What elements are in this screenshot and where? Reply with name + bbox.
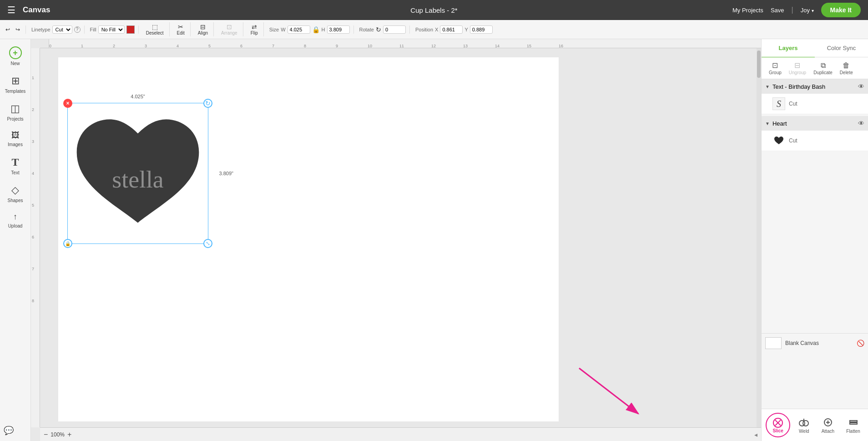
flatten-action[interactable]: Flatten xyxy=(843,415,864,436)
main-area: + New ⊞ Templates ◫ Projects 🖼 Images T … xyxy=(0,39,868,441)
blank-canvas-thumb xyxy=(765,337,782,349)
panel-toolbar: ⊡ Group ⊟ Ungroup ⧉ Duplicate 🗑 Delete xyxy=(762,57,868,79)
handle-bottom-right[interactable]: ⤡ xyxy=(203,239,212,248)
layer-thumb-s: S xyxy=(772,97,785,110)
fill-color-swatch[interactable] xyxy=(126,25,135,34)
sidebar-item-projects[interactable]: ◫ Projects xyxy=(2,99,29,125)
my-projects-link[interactable]: My Projects xyxy=(732,7,763,14)
group-button[interactable]: ⊡ Group xyxy=(765,59,785,77)
zoom-value: 100% xyxy=(50,431,65,438)
size-w-input[interactable] xyxy=(288,25,310,34)
eye-crossed-icon[interactable]: 🚫 xyxy=(857,340,864,347)
layer-item-heart[interactable]: Cut xyxy=(762,131,868,151)
arrow-annotation xyxy=(570,359,652,423)
scrollbar-thumb[interactable] xyxy=(757,51,761,78)
templates-icon: ⊞ xyxy=(11,75,20,87)
size-label: Size xyxy=(269,27,279,32)
rotate-input[interactable] xyxy=(383,25,406,34)
fill-select[interactable]: No Fill xyxy=(98,25,125,34)
svg-line-2 xyxy=(579,368,638,414)
size-w-label: W xyxy=(281,27,285,32)
fill-label: Fill xyxy=(90,27,96,32)
canvas-area[interactable]: // Ruler marks will be rendered inline 0… xyxy=(31,39,761,441)
layer-thumb-heart xyxy=(772,134,785,147)
sidebar-item-shapes[interactable]: ◇ Shapes xyxy=(2,181,29,207)
deselect-button[interactable]: ⬚ Deselect xyxy=(144,22,166,36)
linetype-q[interactable]: ? xyxy=(74,26,81,33)
sidebar-text-label: Text xyxy=(11,170,19,175)
layer-group-text-name: Text - Birthday Bash xyxy=(772,83,855,90)
eye-heart-icon[interactable]: 👁 xyxy=(858,120,864,127)
sidebar-item-templates[interactable]: ⊞ Templates xyxy=(2,71,29,97)
size-h-input[interactable] xyxy=(327,25,350,34)
make-it-button[interactable]: Make It xyxy=(821,3,861,17)
align-button[interactable]: ⊟ Align xyxy=(196,22,210,36)
tab-color-sync[interactable]: Color Sync xyxy=(815,39,868,58)
zoom-bar: − 100% + ◂ xyxy=(40,427,761,441)
zoom-in-button[interactable]: + xyxy=(67,431,71,439)
pos-y-label: Y xyxy=(464,27,468,32)
linetype-select[interactable]: Cut xyxy=(52,25,72,34)
ungroup-icon: ⊟ xyxy=(794,61,800,70)
slice-icon xyxy=(772,417,783,428)
menu-icon[interactable]: ☰ xyxy=(7,5,15,15)
scroll-left-icon[interactable]: ◂ xyxy=(754,431,757,438)
vertical-scrollbar[interactable] xyxy=(757,48,761,427)
pos-x-input[interactable] xyxy=(440,25,463,34)
duplicate-button[interactable]: ⧉ Duplicate xyxy=(810,60,836,77)
sidebar-item-upload[interactable]: ↑ Upload xyxy=(2,208,29,232)
layers-content: ▼ Text - Birthday Bash 👁 S Cut ▼ Heart 👁 xyxy=(762,79,868,409)
sidebar-item-text[interactable]: T Text xyxy=(2,152,29,179)
layer-group-text-header[interactable]: ▼ Text - Birthday Bash 👁 xyxy=(762,79,868,94)
blank-canvas-label: Blank Canvas xyxy=(785,340,853,346)
images-icon: 🖼 xyxy=(11,131,20,140)
redo-button[interactable]: ↪ xyxy=(14,25,22,34)
edit-button[interactable]: ✂ Edit xyxy=(175,22,187,36)
handle-top-left[interactable]: × xyxy=(63,99,72,108)
handle-top-right[interactable]: ↻ xyxy=(203,99,212,108)
user-dropdown[interactable]: Joy ▾ xyxy=(801,7,814,14)
attach-action[interactable]: Attach xyxy=(818,415,838,436)
bottom-action-bar: Slice Weld Attach xyxy=(762,409,868,441)
weld-action[interactable]: Weld xyxy=(795,415,813,436)
layer-cut-text: Cut xyxy=(789,101,797,107)
handle-bottom-left[interactable]: 🔒 xyxy=(63,239,72,248)
eye-text-icon[interactable]: 👁 xyxy=(858,83,864,90)
attach-icon xyxy=(823,417,833,428)
size-h-label: H xyxy=(322,27,325,32)
layer-group-heart-header[interactable]: ▼ Heart 👁 xyxy=(762,116,868,131)
undo-button[interactable]: ↩ xyxy=(4,25,12,34)
zoom-out-button[interactable]: − xyxy=(44,431,48,439)
sidebar-new-label: New xyxy=(10,61,20,66)
width-dimension: 4.025" xyxy=(131,94,145,99)
layer-item-s[interactable]: S Cut xyxy=(762,94,868,114)
delete-button[interactable]: 🗑 Delete xyxy=(836,60,857,77)
arrange-button[interactable]: ⊡ Arrange xyxy=(219,22,239,36)
sidebar-item-new[interactable]: + New xyxy=(2,43,29,70)
sidebar-shapes-label: Shapes xyxy=(8,198,23,203)
svg-rect-9 xyxy=(850,421,857,422)
slice-action[interactable]: Slice xyxy=(766,413,790,437)
tab-layers[interactable]: Layers xyxy=(762,39,815,58)
pos-y-input[interactable] xyxy=(470,25,493,34)
chat-icon[interactable]: 💬 xyxy=(4,426,14,436)
blank-canvas-row: Blank Canvas 🚫 xyxy=(762,333,868,353)
layer-group-heart-name: Heart xyxy=(772,120,855,127)
weld-icon xyxy=(798,417,809,428)
ungroup-button[interactable]: ⊟ Ungroup xyxy=(785,59,810,77)
flatten-icon xyxy=(848,417,859,428)
text-icon: T xyxy=(11,156,19,168)
save-button[interactable]: Save xyxy=(771,7,784,14)
heart-element[interactable]: 4.025" 3.809" × ↻ 🔒 ⤡ stella xyxy=(67,103,208,244)
sidebar-upload-label: Upload xyxy=(8,223,23,228)
lock-icon[interactable]: 🔒 xyxy=(312,26,320,33)
sidebar-item-images[interactable]: 🖼 Images xyxy=(2,127,29,151)
projects-icon: ◫ xyxy=(10,103,20,115)
project-title: Cup Labels - 2* xyxy=(410,6,457,14)
linetype-label: Linetype xyxy=(31,27,50,32)
new-icon: + xyxy=(9,46,22,59)
flip-button[interactable]: ⇄ Flip xyxy=(249,22,260,36)
left-sidebar: + New ⊞ Templates ◫ Projects 🖼 Images T … xyxy=(0,39,31,441)
attach-label: Attach xyxy=(822,429,834,434)
flatten-label: Flatten xyxy=(846,429,860,434)
